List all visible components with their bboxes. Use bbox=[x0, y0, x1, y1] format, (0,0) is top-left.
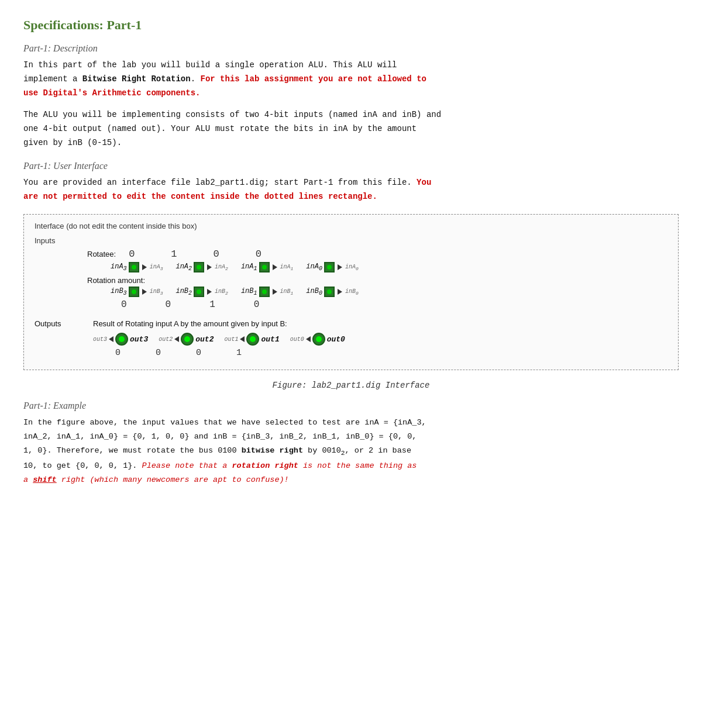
out1-label: out1 bbox=[261, 335, 279, 344]
inb2-sublabel: inB2 bbox=[215, 288, 228, 296]
inb0-sublabel: inB0 bbox=[345, 288, 359, 296]
description-para-1: In this part of the lab you will build a… bbox=[23, 58, 679, 100]
output-values-row: 0 0 0 1 bbox=[115, 348, 667, 358]
ina-bits-row: inA3 inA3 inA2 inA2 inA1 inA1 inA0 inA0 bbox=[111, 262, 667, 272]
rotatee-row: Rotatee: 0 1 0 0 bbox=[87, 249, 667, 260]
inb2-arrow bbox=[207, 289, 212, 295]
out3-group: out3 out3 bbox=[93, 333, 148, 346]
ina1-arrow bbox=[273, 264, 277, 270]
out2-group: out2 out2 bbox=[159, 333, 214, 346]
inb3-sublabel: inB3 bbox=[150, 288, 163, 296]
section-heading-description: Part-1: Description bbox=[23, 43, 679, 54]
outputs-desc: Result of Rotating input A by the amount… bbox=[93, 319, 287, 328]
outputs-section: Outputs Result of Rotating input A by th… bbox=[35, 319, 667, 358]
ina2-sublabel: inA2 bbox=[215, 264, 228, 271]
inb1-sublabel: inB1 bbox=[280, 288, 294, 296]
out2-tri bbox=[174, 336, 179, 342]
rotatee-val-0: 0 bbox=[256, 249, 261, 260]
ina3-label: inA3 bbox=[111, 263, 127, 272]
out2-led bbox=[181, 333, 194, 346]
out0-val: 1 bbox=[236, 348, 242, 358]
ina3-group: inA3 inA3 bbox=[111, 262, 163, 272]
ui-para-1: You are provided an interface file lab2_… bbox=[23, 176, 679, 204]
out0-led bbox=[312, 333, 325, 346]
ina0-led bbox=[324, 262, 335, 272]
inb1-led bbox=[259, 287, 270, 297]
inb2-group: inB2 inB2 bbox=[176, 287, 228, 297]
inb2-led bbox=[194, 287, 204, 297]
inb-val-1: 1 bbox=[209, 299, 215, 310]
out3-val: 0 bbox=[115, 348, 121, 358]
figure-caption: Figure: lab2_part1.dig Interface bbox=[23, 381, 679, 390]
rotatee-val-2: 1 bbox=[171, 249, 177, 260]
out3-label: out3 bbox=[130, 335, 148, 344]
inputs-label: Inputs bbox=[35, 236, 81, 245]
out1-val: 0 bbox=[196, 348, 201, 358]
inb3-group: inB3 inB3 bbox=[111, 287, 163, 297]
ina3-arrow bbox=[142, 264, 147, 270]
inb3-label: inB3 bbox=[111, 287, 127, 296]
out0-label: out0 bbox=[327, 335, 345, 344]
rotation-label-text: Rotation amount: bbox=[87, 276, 145, 285]
out2-val: 0 bbox=[156, 348, 161, 358]
ina0-arrow bbox=[338, 264, 342, 270]
inb2-label: inB2 bbox=[176, 287, 192, 296]
inputs-section: Inputs bbox=[35, 236, 667, 245]
rotation-amount-label: Rotation amount: bbox=[87, 276, 667, 285]
inb1-label: inB1 bbox=[241, 287, 257, 296]
outputs-label: Outputs bbox=[35, 319, 81, 328]
ina1-led bbox=[259, 262, 270, 272]
interface-box: Interface (do not edit the content insid… bbox=[23, 214, 679, 370]
inb0-led bbox=[324, 287, 335, 297]
inb3-led bbox=[129, 287, 139, 297]
section-heading-ui: Part-1: User Interface bbox=[23, 161, 679, 171]
ina2-led bbox=[194, 262, 204, 272]
out2-label: out2 bbox=[195, 335, 214, 344]
page-title: Specifications: Part-1 bbox=[23, 18, 679, 33]
ina0-sublabel: inA0 bbox=[345, 264, 359, 271]
inb0-arrow bbox=[338, 289, 342, 295]
ina1-group: inA1 inA1 bbox=[241, 262, 293, 272]
inb-val-3: 0 bbox=[121, 299, 127, 310]
inb-val-0: 0 bbox=[254, 299, 260, 310]
description-para-2: The ALU you will be implementing consist… bbox=[23, 108, 679, 150]
ina2-group: inA2 inA2 bbox=[176, 262, 228, 272]
ina3-sublabel: inA3 bbox=[150, 264, 163, 271]
out1-led bbox=[246, 333, 259, 346]
inb0-group: inB0 inB0 bbox=[306, 287, 358, 297]
inb1-arrow bbox=[273, 289, 277, 295]
example-para: In the figure above, the input values th… bbox=[23, 416, 679, 487]
rotatee-val-1: 0 bbox=[214, 249, 219, 260]
inb3-arrow bbox=[142, 289, 147, 295]
out3-led bbox=[115, 333, 128, 346]
out3-sublabel: out3 bbox=[93, 336, 107, 343]
out1-sublabel: out1 bbox=[224, 336, 238, 343]
interface-box-title: Interface (do not edit the content insid… bbox=[35, 222, 667, 230]
ina2-arrow bbox=[207, 264, 212, 270]
ina0-label: inA0 bbox=[306, 263, 322, 272]
ina3-led bbox=[129, 262, 139, 272]
rotatee-values: 0 1 0 0 bbox=[129, 249, 261, 260]
out2-sublabel: out2 bbox=[159, 336, 173, 343]
out0-group: out0 out0 bbox=[290, 333, 345, 346]
inb1-group: inB1 inB1 bbox=[241, 287, 293, 297]
inb-bits-row: inB3 inB3 inB2 inB2 inB1 inB1 inB0 inB0 bbox=[111, 287, 667, 297]
ina1-label: inA1 bbox=[241, 263, 257, 272]
out1-tri bbox=[240, 336, 245, 342]
ina0-group: inA0 inA0 bbox=[306, 262, 358, 272]
section-heading-example: Part-1: Example bbox=[23, 401, 679, 411]
rotatee-label: Rotatee: bbox=[87, 250, 116, 258]
output-bits-row: out3 out3 out2 out2 out1 out1 out0 bbox=[93, 333, 667, 346]
out0-sublabel: out0 bbox=[290, 336, 304, 343]
out0-tri bbox=[306, 336, 311, 342]
inb0-label: inB0 bbox=[306, 287, 322, 296]
out3-tri bbox=[109, 336, 113, 342]
ina1-sublabel: inA1 bbox=[280, 264, 294, 271]
inb-values-row: 0 0 1 0 bbox=[121, 299, 667, 310]
rotatee-val-3: 0 bbox=[129, 249, 135, 260]
inb-val-2: 0 bbox=[166, 299, 171, 310]
outputs-label-row: Outputs Result of Rotating input A by th… bbox=[35, 319, 667, 328]
out1-group: out1 out1 bbox=[224, 333, 279, 346]
ina2-label: inA2 bbox=[176, 263, 192, 272]
